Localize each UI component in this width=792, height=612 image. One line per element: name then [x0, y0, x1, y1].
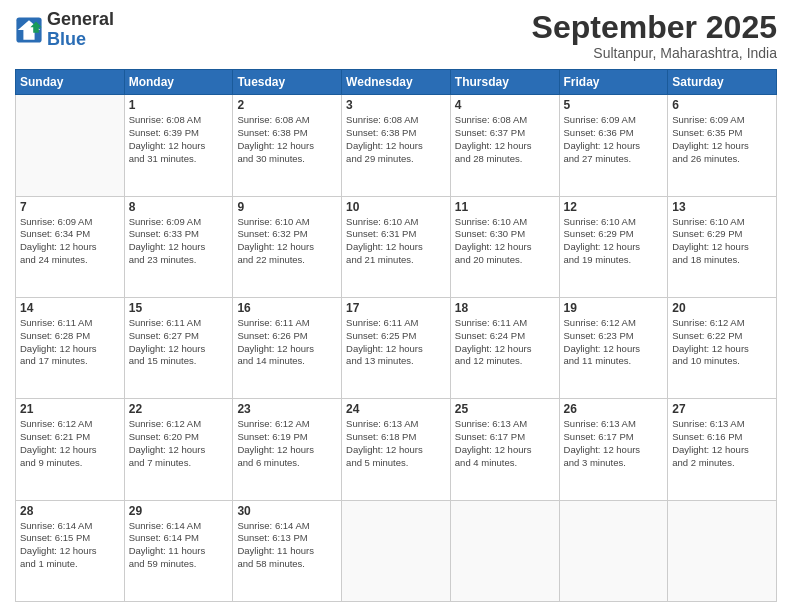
day-info: Sunrise: 6:14 AM Sunset: 6:15 PM Dayligh… [20, 520, 120, 571]
day-info: Sunrise: 6:13 AM Sunset: 6:17 PM Dayligh… [564, 418, 664, 469]
day-number: 22 [129, 402, 229, 416]
day-number: 23 [237, 402, 337, 416]
calendar-cell: 20Sunrise: 6:12 AM Sunset: 6:22 PM Dayli… [668, 297, 777, 398]
day-info: Sunrise: 6:08 AM Sunset: 6:38 PM Dayligh… [346, 114, 446, 165]
calendar-cell [342, 500, 451, 601]
logo-icon [15, 16, 43, 44]
calendar-cell: 15Sunrise: 6:11 AM Sunset: 6:27 PM Dayli… [124, 297, 233, 398]
day-number: 14 [20, 301, 120, 315]
day-number: 26 [564, 402, 664, 416]
calendar-cell: 23Sunrise: 6:12 AM Sunset: 6:19 PM Dayli… [233, 399, 342, 500]
day-number: 12 [564, 200, 664, 214]
day-number: 27 [672, 402, 772, 416]
calendar-cell: 3Sunrise: 6:08 AM Sunset: 6:38 PM Daylig… [342, 95, 451, 196]
calendar-cell: 18Sunrise: 6:11 AM Sunset: 6:24 PM Dayli… [450, 297, 559, 398]
calendar-cell: 24Sunrise: 6:13 AM Sunset: 6:18 PM Dayli… [342, 399, 451, 500]
day-number: 4 [455, 98, 555, 112]
day-number: 2 [237, 98, 337, 112]
calendar-cell: 4Sunrise: 6:08 AM Sunset: 6:37 PM Daylig… [450, 95, 559, 196]
calendar-cell: 26Sunrise: 6:13 AM Sunset: 6:17 PM Dayli… [559, 399, 668, 500]
day-info: Sunrise: 6:09 AM Sunset: 6:33 PM Dayligh… [129, 216, 229, 267]
day-info: Sunrise: 6:10 AM Sunset: 6:32 PM Dayligh… [237, 216, 337, 267]
calendar-week-2: 7Sunrise: 6:09 AM Sunset: 6:34 PM Daylig… [16, 196, 777, 297]
day-info: Sunrise: 6:12 AM Sunset: 6:20 PM Dayligh… [129, 418, 229, 469]
day-info: Sunrise: 6:14 AM Sunset: 6:14 PM Dayligh… [129, 520, 229, 571]
calendar-week-1: 1Sunrise: 6:08 AM Sunset: 6:39 PM Daylig… [16, 95, 777, 196]
calendar-cell: 12Sunrise: 6:10 AM Sunset: 6:29 PM Dayli… [559, 196, 668, 297]
day-number: 5 [564, 98, 664, 112]
day-number: 6 [672, 98, 772, 112]
calendar-cell [559, 500, 668, 601]
month-title: September 2025 [532, 10, 777, 45]
day-number: 24 [346, 402, 446, 416]
day-number: 28 [20, 504, 120, 518]
calendar-cell: 13Sunrise: 6:10 AM Sunset: 6:29 PM Dayli… [668, 196, 777, 297]
logo-text: General Blue [47, 10, 114, 50]
day-info: Sunrise: 6:09 AM Sunset: 6:34 PM Dayligh… [20, 216, 120, 267]
day-number: 15 [129, 301, 229, 315]
day-number: 9 [237, 200, 337, 214]
day-info: Sunrise: 6:14 AM Sunset: 6:13 PM Dayligh… [237, 520, 337, 571]
day-number: 17 [346, 301, 446, 315]
day-info: Sunrise: 6:09 AM Sunset: 6:35 PM Dayligh… [672, 114, 772, 165]
calendar-week-5: 28Sunrise: 6:14 AM Sunset: 6:15 PM Dayli… [16, 500, 777, 601]
calendar-header-saturday: Saturday [668, 70, 777, 95]
calendar: SundayMondayTuesdayWednesdayThursdayFrid… [15, 69, 777, 602]
day-info: Sunrise: 6:13 AM Sunset: 6:16 PM Dayligh… [672, 418, 772, 469]
day-number: 13 [672, 200, 772, 214]
day-info: Sunrise: 6:13 AM Sunset: 6:18 PM Dayligh… [346, 418, 446, 469]
day-number: 25 [455, 402, 555, 416]
day-info: Sunrise: 6:12 AM Sunset: 6:19 PM Dayligh… [237, 418, 337, 469]
calendar-header-monday: Monday [124, 70, 233, 95]
location-subtitle: Sultanpur, Maharashtra, India [532, 45, 777, 61]
day-info: Sunrise: 6:10 AM Sunset: 6:31 PM Dayligh… [346, 216, 446, 267]
day-info: Sunrise: 6:12 AM Sunset: 6:23 PM Dayligh… [564, 317, 664, 368]
calendar-header-sunday: Sunday [16, 70, 125, 95]
logo: General Blue [15, 10, 114, 50]
calendar-cell: 11Sunrise: 6:10 AM Sunset: 6:30 PM Dayli… [450, 196, 559, 297]
calendar-header-thursday: Thursday [450, 70, 559, 95]
day-info: Sunrise: 6:09 AM Sunset: 6:36 PM Dayligh… [564, 114, 664, 165]
calendar-cell: 8Sunrise: 6:09 AM Sunset: 6:33 PM Daylig… [124, 196, 233, 297]
calendar-cell: 6Sunrise: 6:09 AM Sunset: 6:35 PM Daylig… [668, 95, 777, 196]
day-info: Sunrise: 6:12 AM Sunset: 6:21 PM Dayligh… [20, 418, 120, 469]
day-number: 18 [455, 301, 555, 315]
calendar-cell: 30Sunrise: 6:14 AM Sunset: 6:13 PM Dayli… [233, 500, 342, 601]
calendar-cell [16, 95, 125, 196]
calendar-cell [668, 500, 777, 601]
day-info: Sunrise: 6:11 AM Sunset: 6:26 PM Dayligh… [237, 317, 337, 368]
day-info: Sunrise: 6:11 AM Sunset: 6:25 PM Dayligh… [346, 317, 446, 368]
day-info: Sunrise: 6:11 AM Sunset: 6:28 PM Dayligh… [20, 317, 120, 368]
calendar-cell: 27Sunrise: 6:13 AM Sunset: 6:16 PM Dayli… [668, 399, 777, 500]
day-info: Sunrise: 6:13 AM Sunset: 6:17 PM Dayligh… [455, 418, 555, 469]
day-number: 30 [237, 504, 337, 518]
day-info: Sunrise: 6:11 AM Sunset: 6:24 PM Dayligh… [455, 317, 555, 368]
calendar-week-4: 21Sunrise: 6:12 AM Sunset: 6:21 PM Dayli… [16, 399, 777, 500]
calendar-cell: 28Sunrise: 6:14 AM Sunset: 6:15 PM Dayli… [16, 500, 125, 601]
calendar-cell: 25Sunrise: 6:13 AM Sunset: 6:17 PM Dayli… [450, 399, 559, 500]
day-number: 1 [129, 98, 229, 112]
calendar-header-friday: Friday [559, 70, 668, 95]
calendar-cell [450, 500, 559, 601]
calendar-cell: 21Sunrise: 6:12 AM Sunset: 6:21 PM Dayli… [16, 399, 125, 500]
day-number: 20 [672, 301, 772, 315]
calendar-cell: 22Sunrise: 6:12 AM Sunset: 6:20 PM Dayli… [124, 399, 233, 500]
calendar-header-row: SundayMondayTuesdayWednesdayThursdayFrid… [16, 70, 777, 95]
calendar-cell: 16Sunrise: 6:11 AM Sunset: 6:26 PM Dayli… [233, 297, 342, 398]
day-info: Sunrise: 6:08 AM Sunset: 6:39 PM Dayligh… [129, 114, 229, 165]
calendar-cell: 14Sunrise: 6:11 AM Sunset: 6:28 PM Dayli… [16, 297, 125, 398]
calendar-header-wednesday: Wednesday [342, 70, 451, 95]
calendar-cell: 7Sunrise: 6:09 AM Sunset: 6:34 PM Daylig… [16, 196, 125, 297]
calendar-cell: 9Sunrise: 6:10 AM Sunset: 6:32 PM Daylig… [233, 196, 342, 297]
calendar-cell: 10Sunrise: 6:10 AM Sunset: 6:31 PM Dayli… [342, 196, 451, 297]
calendar-cell: 19Sunrise: 6:12 AM Sunset: 6:23 PM Dayli… [559, 297, 668, 398]
day-number: 21 [20, 402, 120, 416]
day-info: Sunrise: 6:11 AM Sunset: 6:27 PM Dayligh… [129, 317, 229, 368]
day-info: Sunrise: 6:10 AM Sunset: 6:30 PM Dayligh… [455, 216, 555, 267]
calendar-header-tuesday: Tuesday [233, 70, 342, 95]
day-info: Sunrise: 6:08 AM Sunset: 6:38 PM Dayligh… [237, 114, 337, 165]
day-number: 19 [564, 301, 664, 315]
calendar-cell: 5Sunrise: 6:09 AM Sunset: 6:36 PM Daylig… [559, 95, 668, 196]
calendar-cell: 1Sunrise: 6:08 AM Sunset: 6:39 PM Daylig… [124, 95, 233, 196]
day-number: 10 [346, 200, 446, 214]
